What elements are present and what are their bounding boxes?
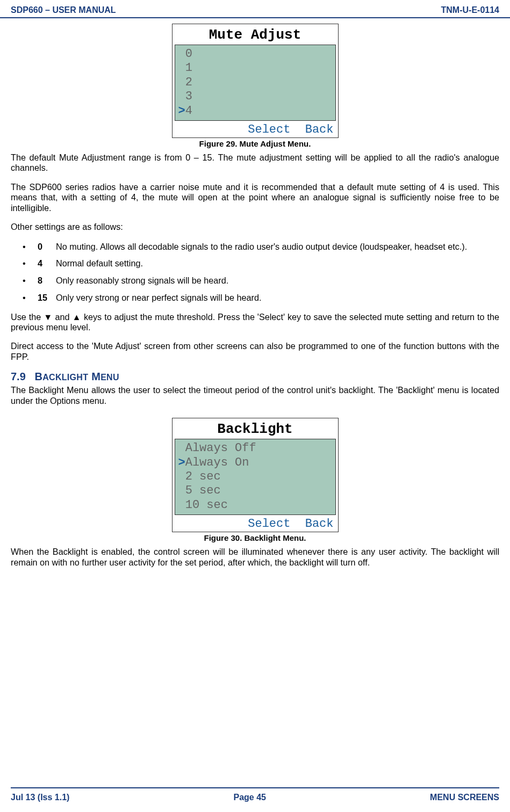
settings-bullet-list: •0No muting. Allows all decodable signal…: [23, 241, 499, 303]
backlight-title: Backlight: [175, 419, 336, 439]
page-content: Mute Adjust 0 1 2 3>4 Select Back Figure…: [0, 18, 510, 568]
paragraph-default-range: The default Mute Adjustment range is fro…: [11, 153, 499, 173]
menu-item-label: 2 sec: [185, 470, 221, 483]
back-softkey[interactable]: Back: [305, 123, 334, 136]
menu-item-label: Always On: [185, 456, 249, 469]
setting-description: Normal default setting.: [56, 258, 499, 269]
setting-description: Only very strong or near perfect signals…: [56, 292, 499, 303]
menu-item[interactable]: Always Off: [178, 441, 332, 455]
menu-item[interactable]: 2: [178, 76, 332, 90]
paragraph-use-keys: Use the ▼ and ▲ keys to adjust the mute …: [11, 312, 499, 333]
back-softkey[interactable]: Back: [305, 517, 334, 531]
menu-item[interactable]: 5 sec: [178, 484, 332, 498]
figure-30-caption: Figure 30. Backlight Menu.: [11, 533, 499, 542]
footer-right: MENU SCREENS: [430, 793, 499, 802]
menu-item-label: 2: [185, 76, 192, 89]
menu-item[interactable]: >Always On: [178, 456, 332, 470]
menu-item[interactable]: 1: [178, 61, 332, 75]
setting-value: 8: [38, 275, 56, 286]
paragraph-backlight-enabled: When the Backlight is enabled, the contr…: [11, 547, 499, 568]
backlight-menu: Backlight Always Off>Always On 2 sec 5 s…: [172, 418, 339, 532]
cursor-icon: [178, 47, 185, 61]
list-item: •0No muting. Allows all decodable signal…: [23, 241, 499, 252]
cursor-icon: [178, 90, 185, 103]
backlight-list: Always Off>Always On 2 sec 5 sec 10 sec: [175, 439, 336, 515]
menu-item-label: 0: [185, 47, 192, 61]
section-number: 7.9: [11, 371, 26, 382]
setting-description: No muting. Allows all decodable signals …: [56, 241, 499, 252]
menu-item-label: 5 sec: [185, 484, 221, 497]
page-header: SDP660 – USER MANUAL TNM-U-E-0114: [0, 0, 510, 18]
cursor-icon: [178, 498, 185, 512]
select-softkey[interactable]: Select: [248, 123, 290, 136]
bullet-icon: •: [23, 258, 38, 269]
backlight-footer: Select Back: [175, 516, 336, 531]
paragraph-other-settings: Other settings are as follows:: [11, 222, 499, 232]
mute-adjust-list: 0 1 2 3>4: [175, 45, 336, 121]
paragraph-direct-access: Direct access to the 'Mute Adjust' scree…: [11, 341, 499, 362]
menu-item-label: Always Off: [185, 441, 256, 455]
section-7-9-heading: 7.9 BACKLIGHT MENU: [11, 371, 499, 383]
mute-adjust-footer: Select Back: [175, 122, 336, 136]
paragraph-backlight-intro: The Backlight Menu allows the user to se…: [11, 385, 499, 406]
cursor-icon: [178, 484, 185, 497]
footer-left: Jul 13 (Iss 1.1): [11, 793, 69, 802]
cursor-icon: [178, 61, 185, 75]
setting-description: Only reasonably strong signals will be h…: [56, 275, 499, 286]
header-right: TNM-U-E-0114: [441, 5, 499, 15]
select-softkey[interactable]: Select: [248, 517, 290, 531]
mute-adjust-menu: Mute Adjust 0 1 2 3>4 Select Back: [172, 24, 339, 138]
bullet-icon: •: [23, 292, 38, 303]
menu-item[interactable]: >4: [178, 104, 332, 118]
list-item: •4Normal default setting.: [23, 258, 499, 269]
paragraph-carrier-noise: The SDP600 series radios have a carrier …: [11, 182, 499, 213]
cursor-icon: [178, 441, 185, 455]
cursor-icon: >: [178, 104, 185, 118]
setting-value: 4: [38, 258, 56, 269]
page-footer: Jul 13 (Iss 1.1) Page 45 MENU SCREENS: [11, 787, 499, 802]
cursor-icon: [178, 470, 185, 483]
menu-item-label: 3: [185, 90, 192, 103]
bullet-icon: •: [23, 241, 38, 252]
setting-value: 15: [38, 292, 56, 303]
menu-item[interactable]: 2 sec: [178, 470, 332, 484]
bullet-icon: •: [23, 275, 38, 286]
footer-center: Page 45: [234, 793, 266, 802]
menu-item[interactable]: 10 sec: [178, 498, 332, 512]
menu-item-label: 1: [185, 61, 192, 75]
cursor-icon: [178, 76, 185, 89]
list-item: •8Only reasonably strong signals will be…: [23, 275, 499, 286]
menu-item-label: 4: [185, 104, 192, 118]
menu-item[interactable]: 0: [178, 47, 332, 61]
cursor-icon: >: [178, 456, 185, 469]
section-title: BACKLIGHT MENU: [34, 371, 119, 382]
mute-adjust-title: Mute Adjust: [175, 25, 336, 45]
list-item: •15Only very strong or near perfect sign…: [23, 292, 499, 303]
figure-29-caption: Figure 29. Mute Adjust Menu.: [11, 139, 499, 148]
menu-item-label: 10 sec: [185, 498, 228, 512]
header-left: SDP660 – USER MANUAL: [11, 5, 116, 15]
setting-value: 0: [38, 241, 56, 252]
menu-item[interactable]: 3: [178, 90, 332, 104]
